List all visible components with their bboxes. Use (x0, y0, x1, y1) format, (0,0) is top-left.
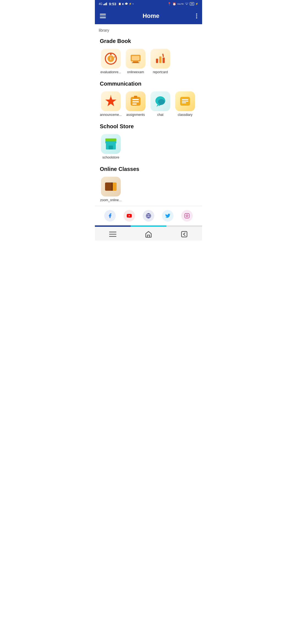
classdiary-label: classdiary (178, 113, 192, 117)
chat-icon-box (150, 91, 170, 111)
youtube-button[interactable] (123, 210, 135, 222)
svg-rect-2 (105, 3, 106, 5)
progress-bar (95, 225, 202, 227)
schoolstore-label: schoolstore (102, 155, 119, 159)
svg-rect-22 (132, 103, 137, 105)
svg-rect-3 (106, 2, 107, 5)
svg-rect-31 (182, 102, 186, 103)
svg-rect-10 (132, 56, 139, 60)
notification-icons: 📋 ◐ 💬 ⚡ ≈ (118, 2, 134, 5)
svg-text:i: i (110, 56, 111, 61)
svg-rect-36 (105, 182, 113, 191)
signal-bars (103, 2, 107, 5)
reportcard-icon-box (150, 49, 170, 69)
section-communication: Communication announceme... (95, 78, 202, 121)
svg-rect-0 (103, 4, 104, 5)
svg-rect-13 (156, 59, 158, 63)
section-onlineclasses: Online Classes zoom_online... (95, 163, 202, 206)
instagram-button[interactable] (181, 210, 193, 222)
battery-display: 35 (190, 2, 194, 6)
icon-assignments[interactable]: assignments (125, 91, 147, 117)
svg-rect-42 (185, 214, 189, 218)
page-title: Home (142, 12, 159, 20)
progress-grey (166, 225, 202, 227)
nav-back-button[interactable] (177, 230, 191, 238)
schoolstore-icon-box (101, 134, 121, 154)
onlineclasses-icons-row: zoom_online... (100, 177, 197, 205)
svg-rect-37 (112, 182, 117, 191)
svg-rect-29 (182, 99, 188, 100)
svg-rect-38 (112, 182, 113, 191)
reportcard-label: reportcard (153, 70, 168, 74)
svg-point-7 (110, 53, 112, 55)
classdiary-icon-box (175, 91, 195, 111)
bottom-nav (95, 227, 202, 241)
status-right: 📍 ⏰ VoLTE 35 ⚡ (167, 2, 198, 6)
svg-rect-20 (132, 99, 139, 100)
svg-point-26 (158, 99, 165, 105)
svg-rect-21 (132, 101, 139, 102)
nav-menu-button[interactable] (106, 230, 120, 238)
facebook-button[interactable] (104, 210, 116, 222)
svg-rect-12 (132, 62, 139, 63)
announcement-icon-box (101, 91, 121, 111)
icon-chat[interactable]: chat (149, 91, 171, 117)
svg-rect-35 (105, 141, 116, 143)
onlineexam-label: onlineexam (127, 70, 144, 74)
svg-rect-32 (105, 138, 116, 141)
svg-rect-34 (109, 146, 113, 149)
signal-icon: 4G (99, 2, 102, 6)
status-left: 4G 9:53 📋 ◐ 💬 ⚡ ≈ (99, 2, 134, 6)
communication-title: Communication (100, 81, 197, 87)
svg-marker-18 (110, 95, 111, 96)
section-gradebook: Grade Book i evaluationre... (95, 35, 202, 78)
icon-onlineexam[interactable]: onlineexam (125, 49, 147, 74)
schoolstore-title: School Store (100, 123, 197, 130)
svg-marker-17 (105, 96, 116, 106)
zoom-label: zoom_online... (100, 198, 122, 202)
icon-zoom[interactable]: zoom_online... (100, 177, 122, 202)
hamburger-button[interactable] (100, 14, 106, 18)
wifi-icon (185, 2, 189, 5)
onlineexam-icon-box (126, 49, 145, 69)
schoolstore-icons-row: schoolstore (100, 134, 197, 162)
icon-reportcard[interactable]: reportcard (149, 49, 171, 74)
alarm-icon: ⏰ (172, 2, 176, 6)
twitter-button[interactable] (162, 210, 174, 222)
time-display: 9:53 (109, 2, 116, 6)
social-bar (95, 206, 202, 225)
progress-cyan (131, 225, 166, 227)
zoom-icon-box (101, 177, 121, 197)
assignments-label: assignments (126, 113, 145, 117)
svg-rect-16 (162, 54, 164, 57)
communication-icons-row: announceme... assignments (100, 91, 197, 119)
svg-rect-30 (182, 101, 188, 102)
nav-home-button[interactable] (142, 230, 155, 238)
library-tab[interactable]: library (95, 27, 202, 35)
svg-rect-1 (105, 4, 105, 5)
svg-rect-23 (134, 96, 137, 98)
icon-classdiary[interactable]: classdiary (174, 91, 196, 117)
announcement-label: announceme... (100, 113, 122, 117)
progress-blue (95, 225, 131, 227)
onlineclasses-title: Online Classes (100, 166, 197, 172)
more-options-button[interactable] (196, 13, 197, 18)
section-schoolstore: School Store schoolstore (95, 121, 202, 163)
icon-schoolstore[interactable]: schoolstore (100, 134, 122, 159)
chat-label: chat (157, 113, 164, 117)
evaluationre-icon-box: i (101, 49, 121, 69)
svg-rect-11 (133, 61, 138, 62)
content-area: library Grade Book i evaluationre... (95, 24, 202, 243)
svg-rect-47 (182, 231, 187, 237)
gradebook-title: Grade Book (100, 38, 197, 44)
svg-rect-15 (163, 58, 165, 63)
gradebook-icons-row: i evaluationre... online (100, 49, 197, 77)
volte-icon: VoLTE (177, 3, 184, 5)
icon-evaluationre[interactable]: i evaluationre... (100, 49, 122, 74)
assignments-icon-box (126, 91, 145, 111)
icon-announcement[interactable]: announceme... (100, 91, 122, 117)
website-button[interactable] (143, 210, 154, 222)
app-bar: Home (95, 8, 202, 24)
location-icon: 📍 (167, 2, 171, 6)
evaluationre-label: evaluationre... (100, 70, 121, 74)
